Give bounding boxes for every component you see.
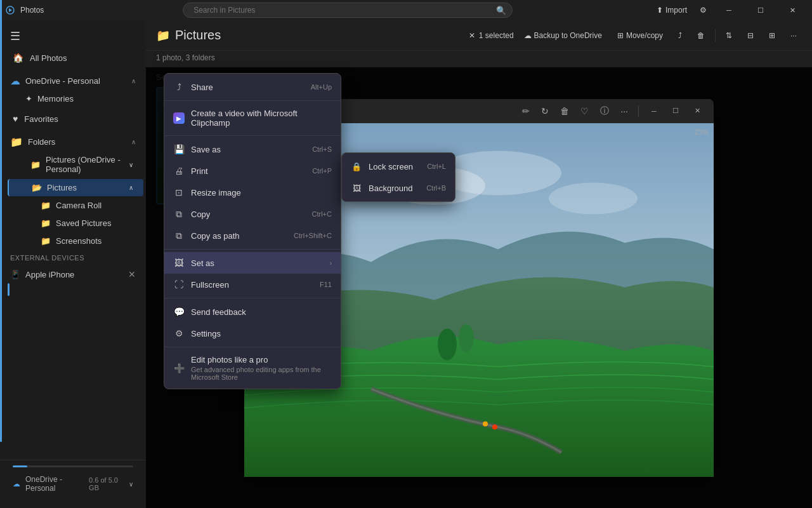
svg-marker-1 (9, 8, 12, 12)
settings-button[interactable]: ⚙ (695, 3, 712, 17)
backup-button[interactable]: ☁ Backup to OneDrive (519, 29, 607, 43)
folder-title-icon: 📁 (156, 29, 170, 43)
viewer-maximize-btn[interactable]: ☐ (667, 102, 684, 120)
view-button[interactable]: ⊞ (764, 29, 780, 43)
move-copy-button[interactable]: ⊞ Move/copy (612, 29, 668, 43)
copy-icon: ⧉ (173, 208, 185, 220)
viewer-info-btn[interactable]: ⓘ (596, 103, 613, 119)
menu-item-edit-pro[interactable]: ➕ Edit photos like a pro Get advanced ph… (164, 350, 341, 386)
phone-icon: 📱 (10, 270, 20, 279)
clipchamp-icon: ▶ (173, 112, 185, 124)
lock-screen-icon: 🔒 (351, 161, 362, 172)
folder-icon: 📁 (30, 160, 41, 170)
onedrive-footer[interactable]: ☁ OneDrive - Personal 0.6 of 5.0 GB ∨ (3, 470, 143, 498)
storage-used-bar (13, 465, 27, 467)
submenu-background[interactable]: 🖼 Background Ctrl+B (342, 177, 455, 199)
fullscreen-icon: ⛶ (173, 279, 185, 290)
viewer-more-btn[interactable]: ··· (617, 104, 632, 119)
viewer-delete-btn[interactable]: 🗑 (556, 104, 573, 119)
minimize-button[interactable]: ─ (714, 0, 743, 20)
chevron-down-icon[interactable]: ∨ (129, 161, 133, 168)
onedrive-chevron[interactable]: ∧ (131, 77, 136, 84)
disconnect-icon[interactable]: ✕ (128, 269, 136, 279)
sidebar-item-pictures-onedrive[interactable]: 📁 Pictures (OneDrive - Personal) ∨ (8, 151, 143, 178)
folder-icon-camera: 📁 (41, 201, 51, 210)
menu-item-clipchamp[interactable]: ▶ Create a video with Microsoft Clipcham… (164, 104, 341, 133)
svg-point-9 (492, 424, 497, 429)
viewer-divider (638, 105, 639, 117)
folder-subtitle: 1 photo, 3 folders (146, 51, 812, 67)
folder-icon-saved: 📁 (41, 218, 51, 228)
menu-item-share[interactable]: ⤴ Share Alt+Up (164, 76, 341, 98)
filter-button[interactable]: ⊟ (742, 29, 759, 43)
menu-item-settings[interactable]: ⚙ Settings (164, 323, 341, 344)
menu-item-fullscreen[interactable]: ⛶ Fullscreen F11 (164, 274, 341, 295)
folder-section-icon: 📁 (10, 136, 23, 148)
sidebar-item-all-photos[interactable]: 🏠 All Photos (3, 48, 143, 68)
sidebar-item-saved-pictures[interactable]: 📁 Saved Pictures (18, 215, 143, 232)
menu-item-feedback[interactable]: 💬 Send feedback (164, 301, 341, 323)
sidebar-item-favorites[interactable]: ♥ Favorites (3, 109, 143, 129)
submenu-lock-screen[interactable]: 🔒 Lock screen Ctrl+L (342, 156, 455, 177)
hamburger-menu[interactable]: ☰ (0, 25, 146, 47)
cloud-icon: ☁ (524, 31, 532, 40)
close-selection-icon[interactable]: ✕ (469, 31, 475, 40)
sort-icon: ⇅ (726, 31, 732, 40)
context-menu: ⤴ Share Alt+Up ▶ Create a video with Mic… (164, 73, 341, 389)
sidebar: ☰ 🏠 All Photos ☁ OneDrive - Personal ∧ ✦… (0, 20, 146, 508)
device-indicator (8, 283, 10, 296)
close-button[interactable]: ✕ (778, 0, 807, 20)
viewer-rotate-btn[interactable]: ↻ (537, 104, 553, 119)
viewer-minimize-btn[interactable]: ─ (645, 102, 663, 120)
maximize-button[interactable]: ☐ (746, 0, 775, 20)
menu-sep-2 (164, 135, 341, 136)
import-icon: ⬆ (657, 6, 663, 15)
import-button[interactable]: ⬆ Import (652, 3, 692, 17)
menu-item-print[interactable]: 🖨 Print Ctrl+P (164, 160, 341, 182)
grid-icon: ⊞ (769, 31, 775, 40)
edit-pro-content: Edit photos like a pro Get advanced phot… (191, 355, 332, 381)
share-btn-toolbar[interactable]: ⤴ (673, 29, 687, 43)
app-title: Photos (20, 6, 44, 15)
more-button[interactable]: ··· (785, 29, 802, 43)
folders-chevron[interactable]: ∧ (131, 138, 136, 145)
viewer-edit-btn[interactable]: ✏ (518, 104, 534, 119)
save-icon: 💾 (173, 144, 185, 155)
search-input[interactable] (183, 3, 513, 18)
pictures-chevron[interactable]: ∧ (129, 184, 133, 191)
submenu-arrow-icon: › (330, 260, 332, 267)
sidebar-item-pictures[interactable]: 📂 Pictures ∧ (8, 179, 143, 196)
menu-item-save-as[interactable]: 💾 Save as Ctrl+S (164, 138, 341, 160)
chevron-down-footer[interactable]: ∨ (129, 481, 133, 488)
pictures-group: 📂 Pictures ∧ 📁 Camera Roll 📁 Saved Pictu… (5, 178, 146, 250)
menu-item-copy-path[interactable]: ⧉ Copy as path Ctrl+Shift+C (164, 225, 341, 246)
move-icon: ⊞ (617, 31, 624, 40)
menu-item-set-as[interactable]: 🖼 Set as › (164, 252, 341, 274)
resize-icon: ⊡ (173, 187, 185, 198)
viewer-close-btn[interactable]: ✕ (688, 102, 706, 120)
sidebar-item-apple-iphone[interactable]: 📱 Apple iPhone ✕ (0, 265, 146, 283)
svg-point-5 (549, 182, 638, 214)
menu-sep-4 (164, 298, 341, 298)
folder-title: Pictures (175, 28, 221, 43)
viewer-heart-btn[interactable]: ♡ (577, 104, 593, 119)
sort-button[interactable]: ⇅ (721, 29, 737, 43)
folders-section-header: 📁 Folders ∧ (0, 130, 146, 150)
menu-item-resize[interactable]: ⊡ Resize image (164, 182, 341, 203)
onedrive-icon: ☁ (10, 75, 20, 87)
sidebar-item-screenshots[interactable]: 📁 Screenshots (18, 232, 143, 250)
menu-item-copy[interactable]: ⧉ Copy Ctrl+C (164, 203, 341, 225)
gear-icon: ⚙ (700, 6, 707, 15)
sidebar-item-camera-roll[interactable]: 📁 Camera Roll (18, 197, 143, 214)
selected-badge: ✕ 1 selected (469, 31, 514, 40)
sidebar-item-memories[interactable]: ✦ Memories (3, 90, 143, 107)
copy-path-icon: ⧉ (173, 230, 185, 241)
titlebar-right: ⬆ Import ⚙ ─ ☐ ✕ (652, 0, 807, 20)
filter-icon: ⊟ (747, 31, 754, 40)
delete-button[interactable]: 🗑 (692, 29, 710, 43)
main-layout: ☰ 🏠 All Photos ☁ OneDrive - Personal ∧ ✦… (0, 20, 812, 508)
storage-progress-bar (13, 465, 133, 467)
onedrive-footer-icon: ☁ (13, 479, 20, 488)
more-icon: ··· (790, 31, 797, 40)
search-icon[interactable]: 🔍 (496, 6, 506, 15)
